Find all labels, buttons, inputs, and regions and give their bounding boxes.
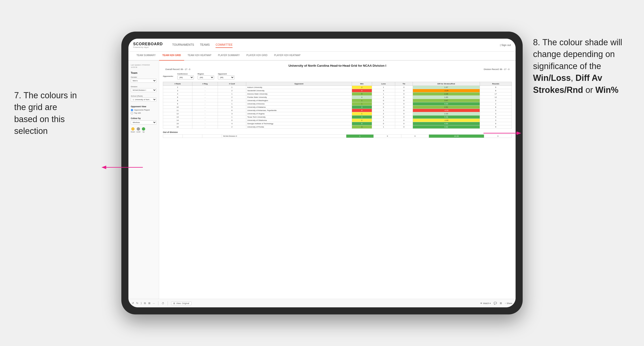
cell-reg: - [192, 119, 218, 122]
ood-rank [163, 135, 183, 138]
cell-tie: 0 [395, 125, 413, 129]
subnav-player-h2h-grid[interactable]: PLAYER H2H GRID [243, 52, 271, 61]
share-icon: ↑ [505, 302, 506, 305]
cell-win: 0 [352, 109, 372, 112]
colour-by-label: Colour by [131, 117, 156, 120]
cell-loss: 0 [372, 102, 395, 106]
grid-icon[interactable]: ⊞ [500, 302, 502, 305]
colour-by-select[interactable]: Win/loss [131, 120, 156, 125]
cell-rank: 2 [163, 86, 192, 89]
cell-rounds: 3 [480, 99, 512, 102]
col-diff: Diff Av Strokes/Rnd [413, 82, 480, 86]
cell-rounds: 9 [480, 122, 512, 125]
nav-tournaments[interactable]: TOURNAMENTS [172, 42, 194, 48]
col-loss: Loss [372, 82, 395, 86]
cell-win: 3 [352, 116, 372, 119]
cell-rounds: 9 [480, 86, 512, 89]
dots-icon[interactable]: ··· [153, 302, 155, 305]
school-select[interactable]: 1. University of Nort... [131, 98, 156, 102]
col-reg: # Reg [192, 82, 218, 86]
toolbar-sep2 [168, 301, 168, 306]
subnav-player-summary[interactable]: PLAYER SUMMARY [214, 52, 243, 61]
radio-opponents-played[interactable]: Opponents Played [131, 109, 156, 111]
region-filter: Region (All) [198, 73, 214, 79]
cell-loss: 1 [372, 109, 395, 112]
cell-win: 4 [352, 96, 372, 99]
nav-teams[interactable]: TEAMS [200, 42, 210, 48]
school-label: School (Rank) [131, 95, 156, 97]
cell-win: 1 [352, 112, 372, 116]
cell-tie: 0 [395, 86, 413, 89]
cell-tie: 0 [395, 112, 413, 116]
opponent-select[interactable]: (All) [218, 75, 234, 79]
col-rank: # Rank [163, 82, 192, 86]
nav-committee[interactable]: COMMITTEE [216, 42, 232, 48]
filter-row: Opponents: Conference (All) Region (All) [163, 73, 512, 79]
col-opponent: Opponent [246, 82, 352, 86]
cell-diff: 9.00 [413, 102, 480, 106]
view-icon: ⊞ [173, 302, 175, 305]
cell-win: 3 [352, 125, 372, 129]
cell-rounds: 12 [480, 96, 512, 99]
cell-rank: 14 [163, 119, 192, 122]
legend-down-dot [131, 127, 134, 131]
view-button[interactable]: ⊞ View: Original [171, 302, 191, 305]
cell-diff: 4.50 [413, 122, 480, 125]
data-table: # Rank # Reg # Conf Opponent Win Loss Ti… [163, 82, 512, 129]
team-section-title: Team [131, 71, 156, 74]
ood-diff: 24.00 [429, 135, 484, 138]
gender-select[interactable]: Men's [131, 79, 156, 83]
conference-filter: Conference (All) [177, 73, 194, 79]
forward-icon[interactable]: ⟩ [141, 302, 142, 305]
ood-tie: 0 [401, 135, 429, 138]
subnav-team-summary[interactable]: TEAM SUMMARY [133, 52, 159, 61]
cell-loss: 2 [372, 96, 395, 99]
cell-opponent: University of Arkansas, Fayetteville [246, 109, 352, 112]
share-button[interactable]: ↑ Share [505, 302, 512, 305]
clock-icon[interactable]: ⏱ [162, 302, 164, 305]
cell-opponent: University of Washington [246, 99, 352, 102]
watch-button[interactable]: 👁 Watch ▾ [480, 302, 491, 305]
cell-loss: 0 [372, 116, 395, 119]
cell-conf: 6 [218, 109, 246, 112]
ood-conf [202, 135, 222, 138]
conference-select[interactable]: (All) [177, 75, 194, 79]
paste-icon[interactable]: ⊞ [148, 302, 150, 305]
cell-diff: 2.28 [413, 92, 480, 96]
cell-reg: - [192, 109, 218, 112]
cell-win: 3 [352, 106, 372, 109]
overall-record: Overall Record: 89 - 17 - 0 [165, 68, 190, 70]
division-select[interactable]: NCAA Division I [131, 88, 156, 92]
cell-opponent: Vanderbilt University [246, 89, 352, 92]
comment-icon[interactable]: 💬 [494, 302, 497, 305]
cell-rank: 3 [163, 89, 192, 92]
opponents-label: Opponents: [163, 75, 174, 77]
subnav-team-h2h-grid[interactable]: TEAM H2H GRID [159, 52, 184, 61]
cell-loss: 1 [372, 125, 395, 129]
cell-tie: 0 [395, 109, 413, 112]
cell-opponent: University of Oklahoma [246, 119, 352, 122]
ood-row: NCAA Division II 1 0 0 24.00 3 [163, 135, 512, 138]
undo-icon[interactable]: ↺ [132, 302, 134, 305]
grid-area: University of North Carolina Head-to-Hea… [159, 61, 516, 299]
arrow-left [98, 158, 145, 177]
cell-conf: 2 [218, 125, 246, 129]
redo-icon[interactable]: ↻ [136, 302, 138, 305]
cell-win: 0 [352, 89, 372, 92]
region-select[interactable]: (All) [198, 75, 214, 79]
cell-reg: - [192, 99, 218, 102]
sub-nav: TEAM SUMMARY TEAM H2H GRID TEAM H2H HEAT… [128, 52, 516, 61]
radio-top-100[interactable]: Top 100 [131, 112, 156, 114]
cell-win: 1 [352, 99, 372, 102]
subnav-player-h2h-heatmap[interactable]: PLAYER H2H HEATMAP [271, 52, 304, 61]
cell-reg: - [192, 86, 218, 89]
cell-conf: 2 [218, 89, 246, 92]
sign-out-button[interactable]: | Sign out [500, 44, 511, 46]
copy-icon[interactable]: ⧉ [144, 302, 146, 305]
cell-win: 1 [352, 102, 372, 106]
cell-tie: 0 [395, 116, 413, 119]
subnav-team-h2h-heatmap[interactable]: TEAM H2H HEATMAP [184, 52, 214, 61]
legend-row: Down Level Up [131, 127, 156, 133]
cell-rounds: 3 [480, 112, 512, 116]
tablet-screen: SCOREBOARD Powered by clippd TOURNAMENTS… [128, 39, 516, 307]
